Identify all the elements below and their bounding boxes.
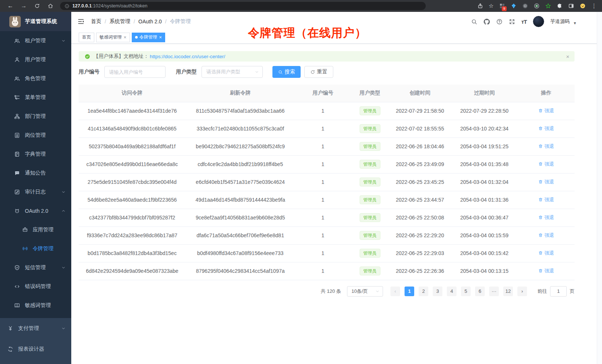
page-button-2[interactable]: 2: [419, 287, 428, 296]
collapse-sidebar-icon[interactable]: [77, 18, 85, 25]
table-row: c347026e805e4d99b0d116eae66eda8ccdfc4ce9…: [79, 155, 575, 173]
force-logout-button[interactable]: 强退: [538, 125, 554, 132]
force-logout-button[interactable]: 强退: [538, 268, 554, 274]
more-pages-button[interactable]: ···: [489, 287, 499, 296]
user-type-cell: 管理员: [351, 138, 389, 155]
sidebar-item-audit-log[interactable]: 审计日志: [0, 182, 71, 201]
column-header-create-time: 创建时间: [389, 85, 451, 102]
user-type-cell: 管理员: [351, 262, 389, 280]
page-button-4[interactable]: 4: [447, 287, 457, 296]
book-open-icon: [14, 302, 20, 308]
caret-down-icon[interactable]: ▼: [573, 18, 577, 25]
sidebar-item-role[interactable]: 角色管理: [0, 69, 71, 88]
sidebar-menu-root: 支付管理报表设计器: [0, 318, 71, 360]
page-button-3[interactable]: 3: [433, 287, 442, 296]
page-button-1[interactable]: 1: [405, 287, 414, 296]
force-logout-button[interactable]: 强退: [538, 214, 554, 221]
user-name[interactable]: 芋道源码: [550, 18, 570, 25]
sidebar-item-dict[interactable]: 字典管理: [0, 145, 71, 163]
prev-page-button[interactable]: ‹: [390, 287, 400, 296]
extensions-puzzle-icon[interactable]: [557, 3, 563, 9]
user-id-input[interactable]: [104, 66, 166, 78]
breadcrumb-home[interactable]: 首页: [91, 18, 101, 25]
sidebar-item-sms[interactable]: 短信管理: [0, 258, 71, 277]
sidebar-item-report-designer[interactable]: 报表设计器: [0, 339, 71, 360]
sidebar-item-label: 报表设计器: [18, 346, 44, 353]
sidebar-item-menu[interactable]: 菜单管理: [0, 88, 71, 107]
sidebar-item-oauth2-token[interactable]: 令牌管理: [0, 239, 71, 258]
help-icon[interactable]: [496, 19, 503, 25]
sidebar-item-error-code[interactable]: 错误码管理: [0, 277, 71, 296]
page-button-5[interactable]: 5: [461, 287, 471, 296]
close-icon[interactable]: ×: [124, 35, 127, 40]
tab-sensitive-word[interactable]: 敏感词管理×: [96, 33, 130, 42]
reset-button[interactable]: 重置: [304, 66, 333, 78]
github-icon[interactable]: [484, 19, 490, 25]
doc-link[interactable]: https://doc.iocoder.cn/user-center/: [150, 54, 225, 59]
force-logout-button[interactable]: 强退: [538, 143, 554, 150]
browser-home-icon[interactable]: [44, 3, 57, 9]
page-size-select[interactable]: 10条/页: [347, 286, 383, 297]
browser-back-icon[interactable]: ←: [4, 3, 17, 9]
search-icon[interactable]: [471, 19, 477, 25]
expire-time-cell: 2054-03-04 00:36:47: [451, 209, 518, 226]
browser-forward-icon[interactable]: →: [17, 3, 30, 9]
app-title: 芋道管理系统: [25, 18, 57, 25]
tab-home[interactable]: 首页: [79, 33, 94, 42]
page-button-6[interactable]: 6: [475, 287, 485, 296]
alert-close-icon[interactable]: ×: [566, 54, 569, 59]
fullscreen-icon[interactable]: [509, 19, 515, 25]
sidebar-item-user[interactable]: 用户管理: [0, 50, 71, 69]
url-bar[interactable]: 127.0.0.1:1024/system/oauth2/token: [60, 2, 426, 10]
force-logout-button[interactable]: 强退: [538, 196, 554, 203]
profile-avatar[interactable]: [580, 3, 586, 9]
sidebar-item-label: OAuth 2.0: [25, 208, 48, 214]
star-extension-icon[interactable]: [545, 3, 551, 9]
close-icon[interactable]: ×: [159, 35, 162, 40]
record-extension-icon[interactable]: [534, 3, 540, 9]
site-info-icon[interactable]: [65, 4, 69, 9]
sidebar-item-tenant[interactable]: 租户管理: [0, 31, 71, 50]
expire-time-cell: 2054-03-10 20:42:34: [451, 120, 518, 138]
user-avatar[interactable]: [533, 16, 544, 27]
user-id-cell: 1: [295, 226, 351, 244]
sidebar-item-oauth2-app[interactable]: 应用管理: [0, 220, 71, 239]
scrollbar[interactable]: [597, 12, 602, 364]
breadcrumb-oauth2[interactable]: OAuth 2.0: [138, 19, 162, 24]
sidebar-item-oauth2[interactable]: OAuth 2.0: [0, 201, 71, 220]
user-type-cell: 管理员: [351, 226, 389, 244]
sidebar-item-post[interactable]: 岗位管理: [0, 126, 71, 145]
share-icon[interactable]: [477, 3, 483, 9]
force-logout-button[interactable]: 强退: [538, 232, 554, 239]
expire-time-cell: 2054-03-04 01:32:04: [451, 173, 518, 191]
sidebar-item-label: 审计日志: [25, 189, 46, 195]
expire-time-cell: 2022-07-29 22:28:50: [451, 102, 518, 120]
extension-blocks-icon[interactable]: 9: [499, 3, 505, 9]
gem-extension-icon[interactable]: [511, 3, 517, 9]
force-logout-button[interactable]: 强退: [538, 179, 554, 185]
tab-oauth2-token[interactable]: 令牌管理×: [132, 33, 166, 42]
sidebar-item-pay[interactable]: 支付管理: [0, 318, 71, 339]
sidebar-item-sensitive-word[interactable]: 敏感词管理: [0, 296, 71, 315]
app-logo[interactable]: 芋道管理系统: [0, 12, 71, 31]
breadcrumb-system[interactable]: 系统管理: [109, 18, 130, 25]
browser-menu-icon[interactable]: ⋮: [591, 3, 597, 9]
circle-extension-icon[interactable]: [522, 3, 528, 9]
bookmark-star-icon[interactable]: ☆: [489, 3, 494, 9]
access-token-cell: 54d6be82ee5a460a9aedc1f9bf223656: [79, 191, 186, 209]
sidebar-item-notice[interactable]: 通知公告: [0, 163, 71, 182]
sidebar-item-dept[interactable]: 部门管理: [0, 107, 71, 126]
search-button[interactable]: 搜索: [272, 66, 301, 78]
page-button-12[interactable]: 12: [503, 287, 513, 296]
force-logout-button[interactable]: 强退: [538, 107, 554, 114]
side-panel-icon[interactable]: [568, 3, 574, 9]
force-logout-button[interactable]: 强退: [538, 250, 554, 257]
browser-reload-icon[interactable]: [30, 3, 44, 9]
goto-page-input[interactable]: [550, 286, 567, 297]
user-type-select[interactable]: 请选择用户类型: [202, 66, 263, 78]
force-logout-button[interactable]: 强退: [538, 161, 554, 168]
font-size-icon[interactable]: тT: [521, 19, 527, 25]
user-icon: [14, 57, 20, 63]
users-icon: [14, 38, 20, 44]
next-page-button[interactable]: ›: [517, 287, 527, 296]
